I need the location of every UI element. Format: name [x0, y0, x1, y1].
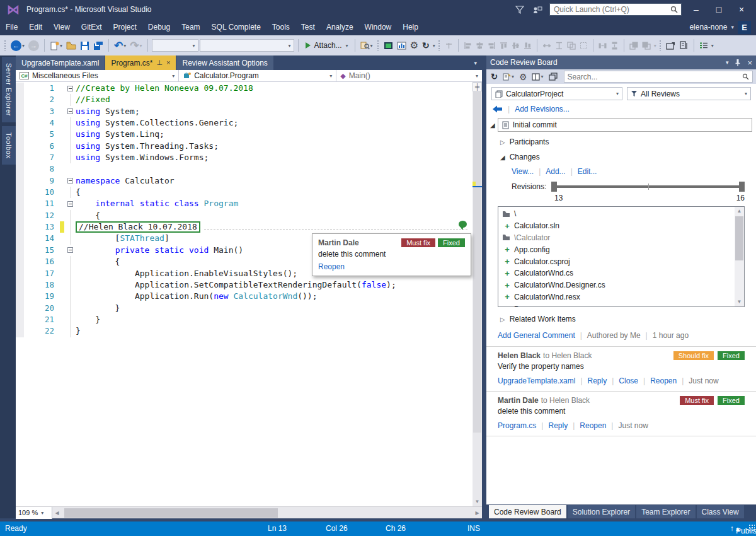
expander-collapsed-icon[interactable]: ▷: [500, 316, 505, 323]
menu-file[interactable]: File: [0, 23, 23, 32]
panel-tab-class-view[interactable]: Class View: [697, 505, 744, 518]
breakpoint-margin[interactable]: [16, 221, 24, 233]
changes-add-link[interactable]: Add...: [546, 167, 565, 176]
breakpoint-margin[interactable]: [16, 141, 24, 152]
comment-link-reopen[interactable]: Reopen: [580, 421, 606, 430]
file-row[interactable]: +CalculatorWnd.Designer.cs: [498, 279, 735, 291]
menu-project[interactable]: Project: [108, 23, 142, 32]
menu-sql-complete[interactable]: SQL Complete: [206, 23, 266, 32]
commit-node[interactable]: Initial commit: [498, 118, 752, 132]
menu-edit[interactable]: Edit: [23, 23, 48, 32]
menu-window[interactable]: Window: [359, 23, 398, 32]
project-dropdown[interactable]: C# Miscellaneous Files ▾: [16, 70, 179, 81]
toolbar-grip[interactable]: [4, 40, 7, 51]
signed-in-user[interactable]: elena-none: [689, 23, 727, 32]
breakpoint-margin[interactable]: [16, 106, 24, 117]
file-row[interactable]: +CalculatorWnd.cs: [498, 267, 735, 279]
add-general-comment-link[interactable]: Add General Comment: [498, 331, 575, 340]
undo-icon[interactable]: ↶▾: [113, 38, 127, 52]
file-row[interactable]: \Calculator: [498, 232, 735, 244]
close-button[interactable]: ×: [733, 4, 750, 15]
status-insert-mode[interactable]: INS: [467, 524, 480, 533]
breakpoint-margin[interactable]: [16, 152, 24, 163]
menu-analyze[interactable]: Analyze: [321, 23, 359, 32]
changes-node[interactable]: ◢ Changes: [486, 146, 756, 161]
new-file-icon[interactable]: ▾: [49, 38, 64, 52]
menu-test[interactable]: Test: [295, 23, 321, 32]
minimize-button[interactable]: –: [688, 4, 704, 15]
attach-button[interactable]: Attach... ▾: [302, 38, 351, 52]
search-icon[interactable]: [739, 73, 752, 80]
navigate-search-icon[interactable]: ▾: [359, 38, 374, 52]
scroll-down-icon[interactable]: ▼: [472, 498, 482, 506]
slider-handle-min[interactable]: [551, 182, 557, 192]
preview-icon[interactable]: [382, 38, 394, 52]
user-menu-caret-icon[interactable]: ▾: [731, 24, 734, 30]
back-icon[interactable]: ←▾: [9, 38, 26, 52]
copy-window-icon[interactable]: [678, 38, 690, 52]
toolbar-grip[interactable]: [438, 40, 441, 51]
file-row[interactable]: \: [498, 208, 735, 220]
breakpoint-margin[interactable]: [16, 268, 24, 279]
scroll-up-icon[interactable]: ▲: [735, 207, 744, 216]
review-filter-select[interactable]: All Reviews ▾: [627, 87, 751, 100]
feedback-filter-icon[interactable]: [514, 4, 525, 15]
scroll-down-icon[interactable]: ▼: [735, 298, 744, 306]
breakpoint-margin[interactable]: [16, 117, 24, 129]
breakpoint-margin[interactable]: [16, 198, 24, 209]
pin-icon[interactable]: ⊥: [156, 59, 163, 66]
participants-node[interactable]: ▷ Participants: [486, 132, 756, 146]
toolbar-options-caret-icon[interactable]: ▾: [711, 43, 714, 49]
comment-balloon-icon[interactable]: [459, 221, 467, 229]
avatar[interactable]: E: [738, 21, 751, 34]
menu-help[interactable]: Help: [397, 23, 424, 32]
code-editor[interactable]: 1//Create by Helen Noneeva 09.07.20182//…: [16, 82, 482, 506]
doc-tab-review-assistant-options[interactable]: Review Assistant Options: [176, 55, 273, 70]
breakpoint-margin[interactable]: [16, 291, 24, 302]
fold-collapse-icon[interactable]: [67, 86, 73, 91]
breakpoint-margin[interactable]: [16, 187, 24, 198]
fold-collapse-icon[interactable]: [67, 108, 73, 114]
comment-link-close[interactable]: Close: [619, 376, 638, 385]
comment-link-reply[interactable]: Reply: [588, 376, 607, 385]
breakpoint-margin[interactable]: [16, 303, 24, 314]
chart-icon[interactable]: [396, 38, 408, 52]
comment-link-reply[interactable]: Reply: [548, 421, 568, 430]
side-tab-server-explorer[interactable]: Server Explorer: [2, 57, 16, 122]
expander-expanded-icon[interactable]: ◢: [490, 122, 495, 129]
menu-team[interactable]: Team: [176, 23, 205, 32]
breakpoint-margin[interactable]: [16, 163, 24, 175]
menu-view[interactable]: View: [48, 23, 76, 32]
expander-expanded-icon[interactable]: ◢: [500, 154, 505, 161]
file-row[interactable]: +Calculator.csproj: [498, 255, 735, 267]
toolbar-combo-1[interactable]: ▾: [152, 39, 198, 52]
breakpoint-margin[interactable]: [16, 94, 24, 105]
fold-margin[interactable]: [64, 83, 76, 94]
fold-collapse-icon[interactable]: [67, 201, 73, 207]
add-revisions-link[interactable]: Add Revisions...: [515, 105, 570, 114]
panel-tab-team-explorer[interactable]: Team Explorer: [636, 505, 695, 518]
toolbar-grip[interactable]: [377, 40, 380, 51]
related-work-items-node[interactable]: ▷ Related Work Items: [486, 307, 756, 323]
zoom-dropdown[interactable]: 109 % ▾: [16, 507, 52, 519]
scroll-right-icon[interactable]: ▶: [472, 510, 482, 516]
split-editor-handle[interactable]: ╪: [472, 82, 482, 91]
panel-menu-caret-icon[interactable]: ▾: [726, 59, 729, 66]
publish-button[interactable]: ↑ Publish ▴: [730, 524, 740, 533]
revision-range-slider[interactable]: [551, 181, 745, 192]
breakpoint-margin[interactable]: [16, 279, 24, 291]
scrollbar-thumb[interactable]: [473, 92, 481, 433]
project-select[interactable]: CalculatorProject ▾: [491, 87, 622, 100]
menu-tools[interactable]: Tools: [266, 23, 295, 32]
file-row[interactable]: +CalculatorWnd.resx: [498, 291, 735, 303]
close-icon[interactable]: ×: [747, 58, 752, 67]
filelist-scrollbar[interactable]: ▲ ▼: [735, 207, 744, 306]
side-tab-toolbox[interactable]: Toolbox: [2, 126, 16, 165]
resize-grip[interactable]: [748, 524, 755, 532]
breakpoint-margin[interactable]: [16, 129, 24, 140]
file-row[interactable]: +Program.cs: [498, 303, 735, 307]
scrollbar-thumb[interactable]: [735, 216, 743, 260]
comment-link-upgradetemplate-xaml[interactable]: UpgradeTemplate.xaml: [498, 376, 575, 385]
search-icon[interactable]: [667, 6, 681, 13]
breakpoint-margin[interactable]: [16, 233, 24, 244]
